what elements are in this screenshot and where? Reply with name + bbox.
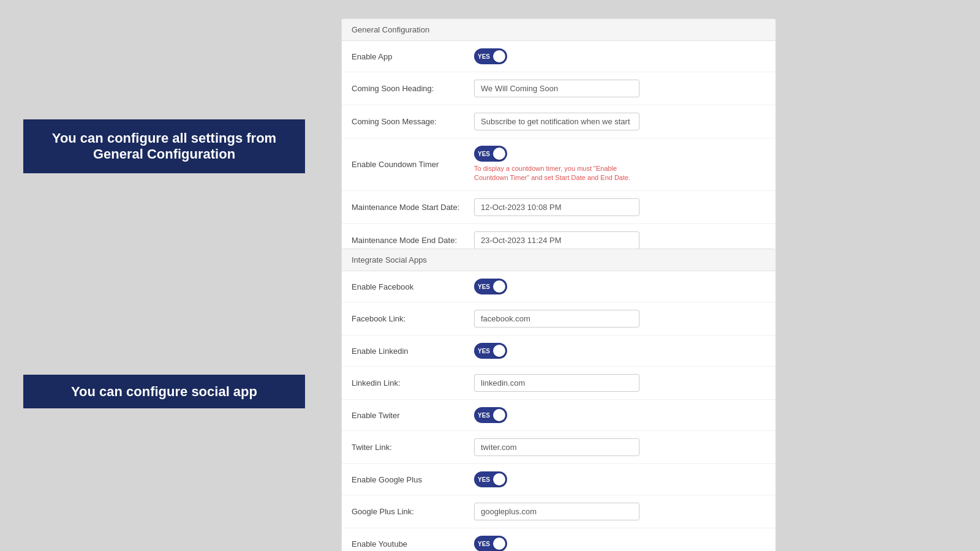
enable-facebook-label: Enable Facebook [352, 282, 474, 291]
enable-linkedin-label: Enable Linkedin [352, 347, 474, 356]
coming-soon-heading-input[interactable] [474, 80, 639, 97]
coming-soon-message-input[interactable] [474, 113, 639, 130]
enable-googleplus-label: Enable Google Plus [352, 475, 474, 484]
enable-facebook-row: Enable Facebook YES [342, 271, 775, 302]
toggle-knob [493, 148, 505, 160]
enable-app-label: Enable App [352, 52, 474, 61]
enable-twiter-row: Enable Twiter YES [342, 400, 775, 431]
enable-googleplus-row: Enable Google Plus YES [342, 464, 775, 495]
enable-linkedin-row: Enable Linkedin YES [342, 335, 775, 367]
enable-facebook-toggle[interactable]: YES [474, 279, 507, 294]
linkedin-link-label: Linkedin Link: [352, 378, 474, 388]
enable-app-toggle[interactable]: YES [474, 48, 507, 64]
linkedin-link-row: Linkedin Link: [342, 367, 775, 400]
toggle-knob [493, 50, 505, 62]
enable-googleplus-toggle[interactable]: YES [474, 471, 507, 487]
enable-youtube-row: Enable Youtube YES [342, 528, 775, 551]
bottom-banner-text: You can configure social app [71, 384, 257, 400]
maintenance-start-input[interactable] [474, 198, 639, 216]
googleplus-link-row: Google Plus Link: [342, 495, 775, 528]
social-config-body: Enable Facebook YES Facebook Link: Enabl… [342, 271, 775, 551]
twiter-link-row: Twiter Link: [342, 431, 775, 464]
maintenance-end-label: Maintenance Mode End Date: [352, 236, 474, 245]
bottom-banner: You can configure social app [23, 375, 305, 408]
top-banner: You can configure all settings from Gene… [23, 119, 305, 173]
enable-countdown-label: Enable Coundown Timer [352, 160, 474, 169]
facebook-link-row: Facebook Link: [342, 302, 775, 335]
twiter-link-input[interactable] [474, 438, 639, 456]
general-config-header: General Configuration [342, 19, 775, 41]
enable-youtube-toggle[interactable]: YES [474, 536, 507, 551]
coming-soon-message-row: Coming Soon Message: [342, 105, 775, 138]
twiter-link-label: Twiter Link: [352, 443, 474, 452]
googleplus-link-label: Google Plus Link: [352, 507, 474, 516]
social-config-header: Integrate Social Apps [342, 249, 775, 271]
toggle-yes-label: YES [478, 53, 490, 60]
enable-youtube-label: Enable Youtube [352, 539, 474, 549]
enable-twiter-label: Enable Twiter [352, 411, 474, 420]
enable-app-row: Enable App YES [342, 41, 775, 72]
maintenance-start-row: Maintenance Mode Start Date: [342, 191, 775, 224]
enable-countdown-col: YES To display a countdown timer, you mu… [474, 146, 639, 183]
enable-countdown-toggle[interactable]: YES [474, 146, 507, 162]
countdown-hint: To display a countdown timer, you must "… [474, 164, 639, 183]
social-config-panel: Integrate Social Apps Enable Facebook YE… [341, 249, 776, 551]
coming-soon-heading-row: Coming Soon Heading: [342, 72, 775, 105]
maintenance-start-label: Maintenance Mode Start Date: [352, 203, 474, 212]
facebook-link-input[interactable] [474, 310, 639, 328]
facebook-link-label: Facebook Link: [352, 314, 474, 323]
maintenance-end-input[interactable] [474, 231, 639, 249]
enable-twiter-toggle[interactable]: YES [474, 407, 507, 423]
linkedin-link-input[interactable] [474, 374, 639, 392]
googleplus-link-input[interactable] [474, 503, 639, 520]
toggle-yes-label: YES [478, 151, 490, 157]
top-banner-text: You can configure all settings from Gene… [42, 130, 287, 162]
enable-countdown-row: Enable Coundown Timer YES To display a c… [342, 138, 775, 191]
coming-soon-heading-label: Coming Soon Heading: [352, 84, 474, 93]
enable-linkedin-toggle[interactable]: YES [474, 343, 507, 359]
coming-soon-message-label: Coming Soon Message: [352, 117, 474, 126]
